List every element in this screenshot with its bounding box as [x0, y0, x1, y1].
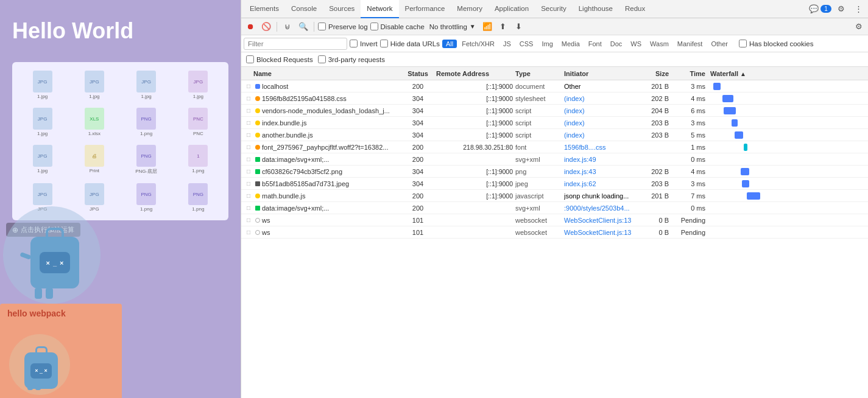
initiator-link[interactable]: index.js:49 — [564, 156, 596, 163]
row-waterfall — [710, 178, 868, 189]
list-item: PNG 1.png — [122, 181, 171, 214]
wifi-icon-button[interactable]: 📶 — [481, 20, 494, 33]
initiator-link[interactable]: index.js:43 — [564, 168, 596, 175]
table-row[interactable]: □ data:image/svg+xml;... 200 svg+xml ind… — [241, 153, 868, 166]
table-row[interactable]: □ cf603826c794cb3f5cf2.png 304 [::1]:900… — [241, 166, 868, 178]
record-button[interactable]: ⏺ — [244, 20, 257, 33]
hide-data-urls-checkbox[interactable] — [380, 40, 388, 47]
col-header-name[interactable]: Name — [241, 70, 400, 77]
chevron-down-icon: ▼ — [470, 23, 476, 30]
initiator-link[interactable]: (index) — [564, 131, 585, 139]
throttle-dropdown[interactable]: No throttling ▼ — [427, 22, 478, 32]
hide-data-urls-label[interactable]: Hide data URLs — [380, 40, 440, 47]
table-row[interactable]: □ 1596fb8d25195a041588.css 304 [::1]:900… — [241, 93, 868, 105]
disable-cache-checkbox[interactable] — [370, 23, 378, 30]
filter-input[interactable] — [244, 38, 347, 50]
col-header-initiator[interactable]: Initiator — [564, 70, 637, 77]
table-row[interactable]: □ data:image/svg+xml;... 200 svg+xml :90… — [241, 202, 868, 214]
tab-security[interactable]: Security — [535, 0, 573, 18]
settings-gear-button[interactable]: ⚙ — [834, 2, 849, 16]
invert-label[interactable]: Invert — [350, 40, 378, 47]
list-item: JPG 1.jpg — [70, 68, 118, 102]
table-row[interactable]: □ b55f1adb85185ad7d731.jpeg 304 [::1]:90… — [241, 178, 868, 190]
filter-type-manifest[interactable]: Manifest — [674, 40, 707, 48]
col-header-type[interactable]: Type — [515, 70, 564, 77]
row-name: data:image/svg+xml;... — [262, 156, 400, 163]
tab-elements[interactable]: Elements — [244, 0, 285, 18]
filter-type-fetch-xhr[interactable]: Fetch/XHR — [458, 40, 498, 48]
tab-application[interactable]: Application — [489, 0, 535, 18]
download-icon-button[interactable]: ⬇ — [512, 20, 526, 33]
blocked-requests-checkbox[interactable] — [246, 55, 254, 63]
col-header-time[interactable]: Time — [674, 70, 710, 77]
table-row[interactable]: □ math.bundle.js 200 [::1]:9000 javascri… — [241, 190, 868, 202]
tab-right-icons: 💬 1 ⚙ ⋮ — [809, 2, 866, 16]
upload-icon-button[interactable]: ⬆ — [496, 20, 510, 33]
filter-type-img[interactable]: Img — [538, 40, 556, 48]
initiator-link[interactable]: index.js:62 — [564, 180, 596, 187]
file-icon: PNC — [188, 108, 208, 130]
third-party-checkbox[interactable] — [318, 55, 326, 63]
tab-performance[interactable]: Performance — [399, 0, 451, 18]
disable-cache-label[interactable]: Disable cache — [370, 23, 425, 30]
tab-network[interactable]: Network — [361, 0, 398, 18]
has-blocked-cookies-checkbox[interactable] — [739, 40, 747, 47]
row-type: websocket — [515, 217, 564, 224]
file-icon: JPG — [85, 71, 104, 93]
table-row[interactable]: □ localhost 200 [::1]:9000 document Othe… — [241, 80, 868, 93]
initiator-link[interactable]: (index) — [564, 107, 585, 114]
filter-type-css[interactable]: CSS — [516, 40, 537, 48]
table-row[interactable]: □ index.bundle.js 304 [::1]:9000 script … — [241, 117, 868, 129]
preserve-log-checkbox[interactable] — [318, 23, 326, 30]
col-header-remote[interactable]: Remote Address — [436, 70, 515, 77]
row-name-col: □ data:image/svg+xml;... — [241, 204, 400, 212]
more-options-button[interactable]: ⋮ — [851, 2, 866, 16]
preserve-log-label[interactable]: Preserve log — [318, 23, 368, 30]
has-blocked-cookies-label[interactable]: Has blocked cookies — [739, 40, 813, 47]
table-row[interactable]: □ ws 101 websocket WebSocketClient.js:13… — [241, 214, 868, 226]
filter-type-font[interactable]: Font — [585, 40, 605, 48]
third-party-label[interactable]: 3rd-party requests — [318, 55, 385, 63]
toolbar-divider-1 — [277, 22, 277, 32]
row-status: 200 — [400, 204, 436, 212]
initiator-link[interactable]: 1596fb8....css — [564, 144, 606, 151]
initiator-link[interactable]: (index) — [564, 95, 585, 102]
row-time: 0 ms — [674, 156, 710, 163]
initiator-link[interactable]: (index) — [564, 119, 585, 127]
search-button[interactable]: 🔍 — [297, 20, 310, 33]
table-row[interactable]: □ ws 101 websocket WebSocketClient.js:13… — [241, 226, 868, 239]
col-header-waterfall[interactable]: Waterfall ▲ — [710, 70, 868, 77]
waterfall-bar — [732, 119, 738, 127]
filter-type-all[interactable]: All — [442, 40, 457, 48]
row-checkbox: □ — [244, 95, 253, 102]
network-settings-button[interactable]: ⚙ — [852, 20, 866, 33]
initiator-link[interactable]: WebSocketClient.js:13 — [564, 229, 631, 236]
row-name: data:image/svg+xml;... — [262, 204, 400, 212]
table-row[interactable]: □ another.bundle.js 304 [::1]:9000 scrip… — [241, 129, 868, 141]
tab-memory[interactable]: Memory — [451, 0, 489, 18]
filter-type-other[interactable]: Other — [707, 40, 732, 48]
table-row[interactable]: □ vendors-node_modules_lodash_lodash_j..… — [241, 105, 868, 117]
filter-type-js[interactable]: JS — [499, 40, 515, 48]
tab-sources[interactable]: Sources — [323, 0, 361, 18]
filter-type-media[interactable]: Media — [558, 40, 584, 48]
sort-arrow-icon: ▲ — [740, 71, 746, 77]
invert-checkbox[interactable] — [350, 40, 358, 47]
col-header-status[interactable]: Status — [400, 70, 436, 77]
filter-type-doc[interactable]: Doc — [607, 40, 626, 48]
row-remote: [::1]:9000 — [436, 168, 515, 175]
filter-type-ws[interactable]: WS — [627, 40, 645, 48]
initiator-link[interactable]: :9000/styles/2503b4... — [564, 204, 630, 212]
tab-console[interactable]: Console — [285, 0, 323, 18]
row-name: ws — [262, 217, 400, 224]
table-row[interactable]: □ font_2975967_payhpcjfltf.woff2?t=16382… — [241, 141, 868, 153]
col-header-size[interactable]: Size — [637, 70, 674, 77]
filter-type-wasm[interactable]: Wasm — [646, 40, 672, 48]
tab-redux[interactable]: Redux — [619, 0, 651, 18]
filter-icon-button[interactable]: ⊌ — [281, 20, 294, 33]
initiator-link[interactable]: WebSocketClient.js:13 — [564, 217, 631, 224]
clear-button[interactable]: 🚫 — [259, 20, 273, 33]
blocked-requests-label[interactable]: Blocked Requests — [246, 55, 313, 63]
list-item: JPG 1.jpg — [122, 68, 171, 102]
tab-lighthouse[interactable]: Lighthouse — [573, 0, 619, 18]
